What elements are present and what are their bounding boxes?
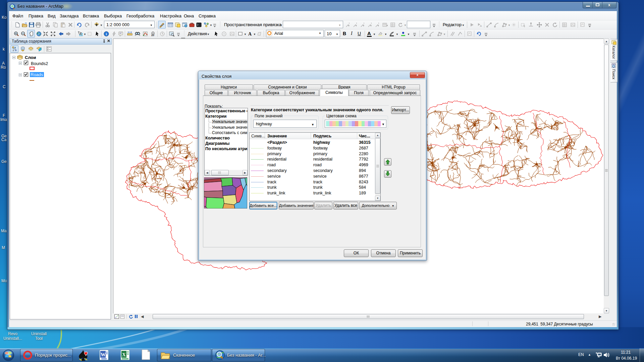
- svg-text:A: A: [248, 32, 252, 37]
- svg-text:X: X: [122, 352, 126, 357]
- svg-text:i: i: [106, 32, 107, 36]
- svg-text:XY: XY: [151, 34, 155, 37]
- svg-text:A: A: [480, 24, 482, 27]
- svg-text:W: W: [101, 352, 106, 357]
